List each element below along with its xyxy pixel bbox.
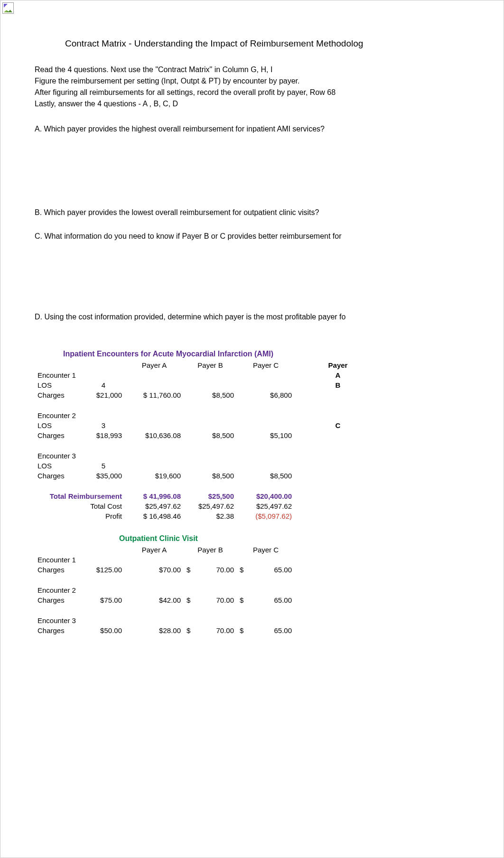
table-row: Charges $35,000 $19,600 $8,500 $8,500 [35, 471, 381, 481]
encounter-label: Encounter 2 [35, 585, 125, 595]
cell-payer-c: $6,800 [237, 390, 295, 400]
total-cost-payer-a: $25,497.62 [125, 501, 184, 511]
charges-label: Charges [35, 565, 82, 575]
cell-payer-a: $28.00 [125, 625, 184, 635]
cell-payer-b: $70.00 [184, 625, 237, 635]
encounter-label: Encounter 2 [35, 410, 125, 420]
table-row: Encounter 2 [35, 410, 381, 420]
table-row: Encounter 2 [35, 585, 295, 595]
outpatient-section-title: Outpatient Clinic Visit [119, 534, 489, 543]
table-row: LOS 3 C [35, 420, 381, 430]
charges-value: $18,993 [82, 430, 125, 440]
cell-payer-a: $ 11,760.00 [125, 390, 184, 400]
charges-label: Charges [35, 430, 82, 440]
table-row: Encounter 1 A [35, 370, 381, 380]
encounter-label: Encounter 1 [35, 555, 125, 565]
table-header-row: Payer A Payer B Payer C [35, 545, 295, 555]
charges-label: Charges [35, 625, 82, 635]
cell-payer-b: $8,500 [184, 430, 237, 440]
cell-payer-a: $70.00 [125, 565, 184, 575]
broken-image-icon [2, 2, 14, 14]
total-reimb-label: Total Reimbursement [35, 491, 125, 501]
los-label: LOS [35, 461, 82, 471]
table-row: LOS 4 B [35, 380, 381, 390]
table-header-row: Payer A Payer B Payer C Payer [35, 360, 381, 370]
total-reimb-payer-b: $25,500 [184, 491, 237, 501]
cell-payer-a: $10,636.08 [125, 430, 184, 440]
instruction-line: Read the 4 questions. Next use the "Cont… [35, 64, 489, 75]
charges-value: $75.00 [82, 595, 125, 605]
instruction-line: After figuring all reimbursements for al… [35, 87, 489, 98]
side-payer-a: A [295, 370, 381, 380]
question-c: C. What information do you need to know … [35, 232, 489, 241]
table-row: Encounter 1 [35, 555, 295, 565]
total-cost-payer-c: $25,497.62 [237, 501, 295, 511]
col-header-payer-c: Payer C [237, 360, 295, 370]
cell-payer-b: $8,500 [184, 471, 237, 481]
table-row: Charges $125.00 $70.00 $70.00 $65.00 [35, 565, 295, 575]
document-page: Contract Matrix - Understanding the Impa… [0, 0, 504, 858]
col-header-side-payer: Payer [295, 360, 381, 370]
los-value: 5 [82, 461, 125, 471]
los-label: LOS [35, 380, 82, 390]
col-header-payer-c: Payer C [237, 545, 295, 555]
profit-row: Profit $ 16,498.46 $2.38 ($5,097.62) [35, 511, 381, 521]
document-body: Contract Matrix - Understanding the Impa… [35, 38, 489, 635]
col-header-payer-a: Payer A [125, 360, 184, 370]
side-payer-c: C [295, 420, 381, 430]
col-header-payer-b: Payer B [184, 545, 237, 555]
total-reimb-payer-c: $20,400.00 [237, 491, 295, 501]
encounter-label: Encounter 1 [35, 370, 125, 380]
los-label: LOS [35, 420, 82, 430]
total-cost-label: Total Cost [35, 501, 125, 511]
cell-payer-b: $70.00 [184, 565, 237, 575]
cell-payer-c: $65.00 [237, 625, 295, 635]
table-row: Charges $18,993 $10,636.08 $8,500 $5,100 [35, 430, 381, 440]
total-cost-row: Total Cost $25,497.62 $25,497.62 $25,497… [35, 501, 381, 511]
charges-label: Charges [35, 471, 82, 481]
cell-payer-a: $19,600 [125, 471, 184, 481]
encounter-label: Encounter 3 [35, 616, 125, 625]
question-d: D. Using the cost information provided, … [35, 313, 489, 321]
profit-payer-b: $2.38 [184, 511, 237, 521]
instruction-line: Lastly, answer the 4 questions - A , B, … [35, 98, 489, 110]
instruction-line: Figure the reimbursement per setting (In… [35, 75, 489, 87]
charges-value: $35,000 [82, 471, 125, 481]
cell-payer-b: $8,500 [184, 390, 237, 400]
charges-label: Charges [35, 390, 82, 400]
profit-payer-c: ($5,097.62) [237, 511, 295, 521]
table-row: LOS 5 [35, 461, 381, 471]
los-value: 3 [82, 420, 125, 430]
outpatient-table: Payer A Payer B Payer C Encounter 1 Char… [35, 545, 295, 635]
total-reimb-payer-a: $ 41,996.08 [125, 491, 184, 501]
total-cost-payer-b: $25,497.62 [184, 501, 237, 511]
table-row: Charges $50.00 $28.00 $70.00 $65.00 [35, 625, 295, 635]
profit-label: Profit [35, 511, 125, 521]
table-row: Charges $21,000 $ 11,760.00 $8,500 $6,80… [35, 390, 381, 400]
cell-payer-a: $42.00 [125, 595, 184, 605]
total-reimbursement-row: Total Reimbursement $ 41,996.08 $25,500 … [35, 491, 381, 501]
question-b: B. Which payer provides the lowest overa… [35, 208, 489, 217]
col-header-payer-b: Payer B [184, 360, 237, 370]
cell-payer-c: $65.00 [237, 565, 295, 575]
los-value: 4 [82, 380, 125, 390]
charges-value: $50.00 [82, 625, 125, 635]
page-title: Contract Matrix - Understanding the Impa… [65, 38, 489, 49]
table-row: Encounter 3 [35, 451, 381, 461]
question-a: A. Which payer provides the highest over… [35, 125, 489, 133]
charges-value: $21,000 [82, 390, 125, 400]
charges-label: Charges [35, 595, 82, 605]
table-row: Charges $75.00 $42.00 $70.00 $65.00 [35, 595, 295, 605]
cell-payer-b: $70.00 [184, 595, 237, 605]
table-row: Encounter 3 [35, 616, 295, 625]
inpatient-section-title: Inpatient Encounters for Acute Myocardia… [63, 350, 489, 358]
col-header-payer-a: Payer A [125, 545, 184, 555]
cell-payer-c: $8,500 [237, 471, 295, 481]
cell-payer-c: $65.00 [237, 595, 295, 605]
profit-payer-a: $ 16,498.46 [125, 511, 184, 521]
charges-value: $125.00 [82, 565, 125, 575]
cell-payer-c: $5,100 [237, 430, 295, 440]
side-payer-b: B [295, 380, 381, 390]
encounter-label: Encounter 3 [35, 451, 125, 461]
inpatient-table: Payer A Payer B Payer C Payer Encounter … [35, 360, 381, 521]
